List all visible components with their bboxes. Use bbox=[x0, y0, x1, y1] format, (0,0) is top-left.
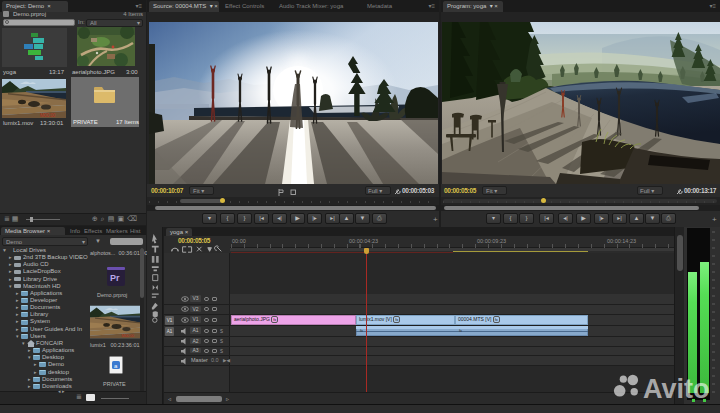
svg-text:Pr: Pr bbox=[110, 273, 120, 283]
svg-text:M00:00: M00:00 bbox=[40, 113, 56, 118]
svg-text:M00:00: M00:00 bbox=[121, 334, 134, 338]
svg-text:Avito: Avito bbox=[643, 374, 710, 403]
